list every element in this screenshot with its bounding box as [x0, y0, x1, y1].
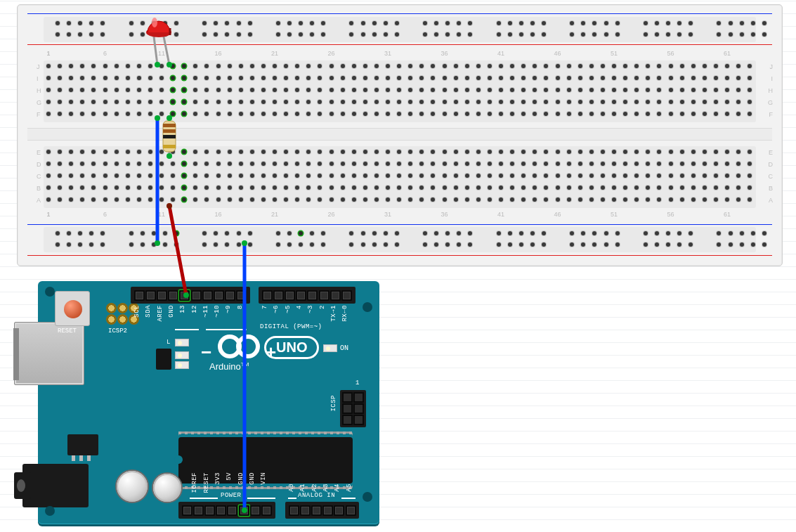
breadboard-hole	[137, 174, 141, 178]
breadboard-hole	[680, 162, 684, 166]
breadboard-hole	[214, 231, 218, 235]
header-pin[interactable]	[250, 505, 261, 516]
header-pin[interactable]	[311, 505, 322, 516]
header-pin[interactable]	[236, 290, 247, 301]
breadboard-hole	[465, 186, 469, 190]
breadboard-hole	[239, 100, 243, 104]
header-pin[interactable]	[193, 505, 204, 516]
breadboard-hole	[352, 64, 356, 68]
breadboard-hole	[310, 242, 314, 247]
header-pin[interactable]	[191, 290, 202, 301]
header-pin[interactable]	[319, 290, 330, 301]
breadboard-hole	[508, 231, 512, 235]
breadboard-hole	[214, 32, 218, 37]
breadboard-hole	[248, 21, 252, 25]
header-pin[interactable]	[300, 505, 311, 516]
breadboard-hole	[103, 100, 107, 104]
breadboard-hole	[204, 174, 209, 178]
header-pin[interactable]	[145, 290, 156, 301]
digital-header-right[interactable]	[259, 287, 355, 304]
breadboard-hole	[58, 76, 62, 80]
breadboard-hole	[374, 162, 379, 166]
breadboard-hole	[352, 150, 356, 154]
reset-button[interactable]	[55, 291, 90, 326]
breadboard-hole	[193, 64, 197, 68]
breadboard-hole	[80, 112, 84, 116]
header-pin[interactable]	[262, 290, 273, 301]
header-pin[interactable]	[273, 290, 284, 301]
breadboard-hole	[465, 100, 469, 104]
header-pin[interactable]	[179, 290, 190, 301]
header-pin[interactable]	[330, 290, 341, 301]
header-pin[interactable]	[341, 290, 352, 301]
breadboard-hole	[182, 197, 186, 202]
header-pin[interactable]	[307, 290, 318, 301]
breadboard-hole	[519, 32, 523, 37]
header-pin[interactable]	[202, 290, 213, 301]
breadboard-hole	[216, 76, 221, 80]
header-pin[interactable]	[134, 290, 145, 301]
breadboard-hole	[318, 174, 322, 178]
breadboard-hole	[419, 112, 424, 116]
breadboard-hole	[544, 174, 548, 178]
header-pin[interactable]	[322, 505, 333, 516]
breadboard-hole	[533, 112, 537, 116]
breadboard-hole	[725, 64, 729, 68]
breadboard-hole	[284, 64, 288, 68]
breadboard-hole	[318, 197, 322, 202]
breadboard-hole	[623, 162, 627, 166]
breadboard-hole	[657, 174, 661, 178]
breadboard-hole	[751, 231, 755, 235]
breadboard-hole	[216, 64, 221, 68]
breadboard-row-label: C	[37, 173, 41, 180]
digital-header-left[interactable]	[131, 287, 250, 304]
breadboard-hole	[655, 32, 659, 37]
breadboard-hole	[521, 88, 526, 92]
header-pin[interactable]	[216, 505, 226, 516]
breadboard-row-label: G	[37, 99, 41, 106]
breadboard-hole	[691, 64, 696, 68]
breadboard-hole	[115, 174, 119, 178]
header-pin[interactable]	[227, 505, 237, 516]
breadboard-hole	[521, 162, 526, 166]
breadboard-hole	[295, 76, 299, 80]
breadboard-hole	[295, 150, 299, 154]
pin-label: ~10	[214, 305, 221, 318]
breadboard-hole	[556, 88, 560, 92]
breadboard-hole	[748, 64, 752, 68]
barrel-jack-icon	[22, 464, 89, 507]
header-pin[interactable]	[157, 290, 167, 301]
breadboard-hole	[669, 162, 673, 166]
breadboard-row-label: J	[770, 63, 774, 70]
breadboard-hole	[250, 100, 254, 104]
breadboard-hole	[612, 88, 616, 92]
analog-header[interactable]	[285, 502, 359, 519]
breadboard-hole	[601, 162, 605, 166]
breadboard-hole	[341, 150, 345, 154]
header-pin[interactable]	[289, 505, 299, 516]
breadboard-hole	[468, 21, 472, 25]
breadboard-hole	[465, 64, 469, 68]
header-pin[interactable]	[346, 505, 356, 516]
header-pin[interactable]	[168, 290, 178, 301]
header-pin[interactable]	[225, 290, 235, 301]
breadboard-hole	[666, 32, 670, 37]
breadboard-hole	[141, 242, 145, 247]
breadboard-hole	[567, 150, 571, 154]
breadboard-hole	[115, 88, 119, 92]
breadboard-hole	[657, 186, 661, 190]
breadboard-hole	[182, 112, 186, 116]
breadboard-hole	[69, 162, 73, 166]
breadboard-hole	[69, 197, 73, 202]
header-pin[interactable]	[296, 290, 306, 301]
header-pin[interactable]	[182, 505, 193, 516]
breadboard-hole	[657, 64, 661, 68]
header-pin[interactable]	[285, 290, 295, 301]
header-pin[interactable]	[204, 505, 215, 516]
header-pin[interactable]	[214, 290, 224, 301]
header-pin[interactable]	[239, 505, 249, 516]
power-header[interactable]	[178, 502, 275, 519]
header-pin[interactable]	[261, 505, 272, 516]
breadboard-hole	[129, 231, 133, 235]
header-pin[interactable]	[334, 505, 344, 516]
